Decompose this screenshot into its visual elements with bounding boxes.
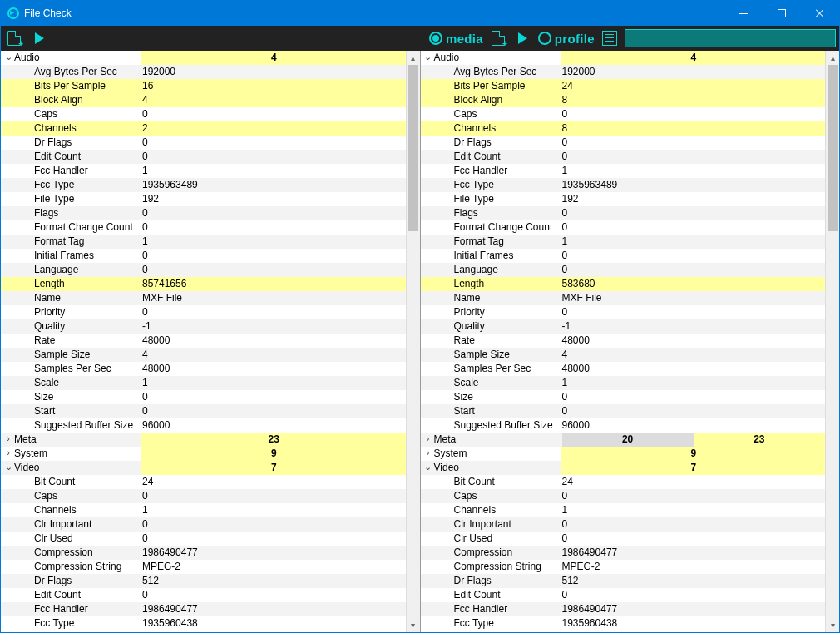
media-radio[interactable]: media — [429, 32, 483, 46]
group-row[interactable]: ⌄Audio4 — [421, 51, 826, 65]
expand-icon[interactable]: › — [2, 433, 14, 446]
list-button[interactable] — [600, 28, 620, 48]
property-row[interactable]: Avg Bytes Per Sec192000 — [421, 65, 826, 79]
property-row[interactable]: Suggested Buffer Size96000 — [421, 418, 826, 433]
property-row[interactable]: Compression StringMPEG-2 — [1, 560, 406, 574]
property-row[interactable]: Start0 — [421, 404, 826, 418]
property-row[interactable]: Format Change Count0 — [421, 220, 826, 235]
property-row[interactable]: Priority0 — [1, 305, 406, 319]
close-button[interactable] — [801, 1, 839, 26]
right-grid[interactable]: ⌄Audio4Avg Bytes Per Sec192000Bits Per S… — [421, 51, 826, 632]
property-row[interactable]: Sample Size4 — [421, 348, 826, 362]
profile-radio[interactable]: profile — [538, 32, 595, 46]
property-row[interactable]: Suggested Buffer Size96000 — [1, 418, 406, 433]
group-row[interactable]: ⌄Video7 — [1, 461, 406, 475]
property-row[interactable]: NameMXF File — [1, 291, 406, 305]
group-row[interactable]: ›Meta2023 — [421, 433, 826, 447]
scroll-thumb[interactable] — [408, 65, 418, 231]
property-row[interactable]: Fcc Type1935960438 — [1, 616, 406, 631]
property-row[interactable]: Fcc Handler1986490477 — [421, 602, 826, 616]
group-row[interactable]: ⌄Video7 — [421, 461, 826, 475]
property-row[interactable]: Bit Count24 — [421, 475, 826, 489]
property-row[interactable]: Clr Important0 — [1, 517, 406, 532]
new-file-right-button[interactable] — [488, 28, 508, 48]
property-row[interactable]: Compression1986490477 — [1, 546, 406, 560]
property-row[interactable]: Initial Frames0 — [421, 249, 826, 263]
property-row[interactable]: Quality-1 — [1, 319, 406, 334]
property-row[interactable]: Channels8 — [421, 121, 826, 136]
property-row[interactable]: Bit Count24 — [1, 475, 406, 489]
property-row[interactable]: Sample Size4 — [1, 348, 406, 362]
play-left-button[interactable] — [29, 28, 49, 48]
property-row[interactable]: Clr Important0 — [421, 517, 826, 532]
property-row[interactable]: Edit Count0 — [421, 150, 826, 164]
collapse-icon[interactable]: ⌄ — [2, 51, 14, 64]
property-row[interactable]: Compression1986490477 — [421, 546, 826, 560]
property-row[interactable]: Flags0 — [421, 206, 826, 220]
property-row[interactable]: Format Tag1 — [421, 235, 826, 249]
property-row[interactable]: Caps0 — [421, 489, 826, 503]
play-right-button[interactable] — [513, 28, 533, 48]
property-row[interactable]: Fcc Handler1 — [1, 164, 406, 178]
property-row[interactable]: NameMXF File — [421, 291, 826, 305]
scroll-thumb[interactable] — [828, 65, 838, 231]
group-row[interactable]: ›System9 — [421, 447, 826, 461]
left-grid[interactable]: ⌄Audio4Avg Bytes Per Sec192000Bits Per S… — [1, 51, 406, 632]
property-row[interactable]: Size0 — [1, 390, 406, 404]
property-row[interactable]: Compression StringMPEG-2 — [421, 560, 826, 574]
property-row[interactable]: Clr Used0 — [1, 532, 406, 546]
property-row[interactable]: Format Tag1 — [1, 235, 406, 249]
property-row[interactable]: Size0 — [421, 390, 826, 404]
scroll-up-button[interactable]: ▴ — [407, 51, 420, 65]
property-row[interactable]: Fcc Handler1 — [421, 164, 826, 178]
property-row[interactable]: Bits Per Sample16 — [1, 79, 406, 93]
property-row[interactable]: Clr Used0 — [421, 532, 826, 546]
property-row[interactable]: Channels2 — [1, 121, 406, 136]
property-row[interactable]: Flags0 — [1, 206, 406, 220]
property-row[interactable]: Dr Flags512 — [421, 574, 826, 588]
property-row[interactable]: Rate48000 — [421, 334, 826, 348]
property-row[interactable]: Dr Flags0 — [421, 136, 826, 150]
property-row[interactable]: Language0 — [1, 263, 406, 277]
property-row[interactable]: Fcc Type1935963489 — [1, 178, 406, 192]
maximize-button[interactable] — [763, 1, 801, 26]
right-scrollbar[interactable]: ▴ ▾ — [825, 51, 839, 632]
expand-icon[interactable]: › — [2, 447, 14, 460]
property-row[interactable]: Edit Count0 — [1, 150, 406, 164]
scroll-down-button[interactable]: ▾ — [826, 618, 839, 632]
property-row[interactable]: Bits Per Sample24 — [421, 79, 826, 93]
property-row[interactable]: Initial Frames0 — [1, 249, 406, 263]
property-row[interactable]: Scale1 — [1, 376, 406, 390]
left-scrollbar[interactable]: ▴ ▾ — [406, 51, 420, 632]
search-input[interactable] — [625, 29, 836, 47]
collapse-icon[interactable]: ⌄ — [422, 51, 434, 64]
property-row[interactable]: Edit Count0 — [1, 588, 406, 602]
property-row[interactable]: Rate48000 — [1, 334, 406, 348]
property-row[interactable]: Priority0 — [421, 305, 826, 319]
property-row[interactable]: Fcc Type1935963489 — [421, 178, 826, 192]
property-row[interactable]: Fcc Type1935960438 — [421, 616, 826, 631]
property-row[interactable]: Length583680 — [421, 277, 826, 291]
property-row[interactable]: Caps0 — [1, 107, 406, 121]
property-row[interactable]: Caps0 — [421, 107, 826, 121]
group-row[interactable]: ›Meta23 — [1, 433, 406, 447]
property-row[interactable]: Block Align4 — [1, 93, 406, 107]
property-row[interactable]: Quality-1 — [421, 319, 826, 334]
property-row[interactable]: Samples Per Sec48000 — [1, 362, 406, 376]
property-row[interactable]: Language0 — [421, 263, 826, 277]
property-row[interactable]: Block Align8 — [421, 93, 826, 107]
property-row[interactable]: Samples Per Sec48000 — [421, 362, 826, 376]
collapse-icon[interactable]: ⌄ — [2, 461, 14, 474]
property-row[interactable]: Fcc Handler1986490477 — [1, 602, 406, 616]
property-row[interactable]: Edit Count0 — [421, 588, 826, 602]
property-row[interactable]: Start0 — [1, 404, 406, 418]
property-row[interactable]: Scale1 — [421, 376, 826, 390]
property-row[interactable]: Channels1 — [1, 503, 406, 517]
property-row[interactable]: Dr Flags512 — [1, 574, 406, 588]
scroll-down-button[interactable]: ▾ — [407, 618, 420, 632]
group-row[interactable]: ›System9 — [1, 447, 406, 461]
scroll-up-button[interactable]: ▴ — [826, 51, 839, 65]
property-row[interactable]: Channels1 — [421, 503, 826, 517]
property-row[interactable]: File Type192 — [1, 192, 406, 206]
property-row[interactable]: File Type192 — [421, 192, 826, 206]
